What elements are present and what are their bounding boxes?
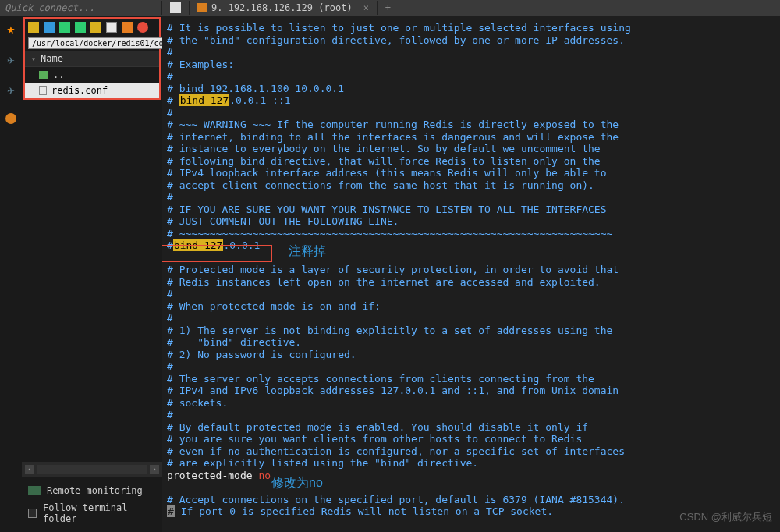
code-line: .0.0.1 ::1 xyxy=(229,94,290,106)
orange-dot-icon[interactable] xyxy=(5,113,16,124)
parent-dir[interactable]: .. xyxy=(25,67,159,83)
annotation-text: 修改为no xyxy=(271,477,323,489)
code-line: # xyxy=(167,94,179,106)
code-line: # Accept connections on the specified po… xyxy=(167,494,625,505)
scrollbar[interactable]: ‹ › xyxy=(22,462,162,477)
code-line: # xyxy=(167,191,173,203)
code-line: # 2) No password is configured. xyxy=(167,349,356,360)
left-strip: ★ ✈ ✈ xyxy=(0,16,22,532)
tab-area: 9. 192.168.126.129 (root) × + xyxy=(162,0,399,16)
follow-terminal[interactable]: Follow terminal folder xyxy=(28,499,156,527)
code-line: # xyxy=(167,360,173,372)
follow-label: Follow terminal folder xyxy=(43,502,156,524)
code-line: # ~~~ WARNING ~~~ If the computer runnin… xyxy=(167,119,619,130)
folder-new-icon[interactable] xyxy=(90,22,101,33)
file-icon[interactable] xyxy=(106,22,117,33)
spacer xyxy=(22,101,162,462)
code-line: # are explicitly listed using the "bind"… xyxy=(167,457,478,469)
code-line: If port 0 is specified Redis will not li… xyxy=(175,505,553,517)
scroll-left-icon[interactable]: ‹ xyxy=(25,465,34,474)
stop-icon[interactable] xyxy=(137,22,148,33)
file-name: redis.conf xyxy=(51,85,108,96)
home-icon xyxy=(170,2,181,13)
send-icon[interactable]: ✈ xyxy=(7,52,15,67)
monitor-icon xyxy=(28,486,41,495)
tab-home[interactable] xyxy=(162,1,190,15)
code-line: # 1) The server is not binding explicitl… xyxy=(167,325,612,336)
code-line: # following bind directive, that will fo… xyxy=(167,155,601,167)
editor[interactable]: # It is possible to listen to just one o… xyxy=(162,16,780,532)
code-line: # IPv4 loopback interface address (this … xyxy=(167,167,607,179)
settings-icon[interactable] xyxy=(122,22,133,33)
annotation-highlight-box: /usr/local/docker/redis01/conf/ ✓ ▾ Name… xyxy=(23,17,161,100)
bottom-actions: Remote monitoring Follow terminal folder xyxy=(22,477,162,532)
code-line: # "bind" directive. xyxy=(167,336,301,348)
code-line: # Examples: xyxy=(167,59,234,70)
top-bar: Quick connect... 9. 192.168.126.129 (roo… xyxy=(0,0,780,16)
code-line: # xyxy=(167,312,173,324)
code-line: # xyxy=(167,107,173,119)
code-line: # even if no authentication is configure… xyxy=(167,445,625,457)
code-line: # accept client connections from the sam… xyxy=(167,179,594,191)
tab-label: 9. 192.168.126.129 (root) xyxy=(211,2,353,13)
code-line: # internet, binding to all the interface… xyxy=(167,131,619,143)
code-line: # Redis instances left open on the inter… xyxy=(167,276,601,288)
checkbox[interactable] xyxy=(28,509,37,518)
path-row: /usr/local/docker/redis01/conf/ ✓ xyxy=(25,36,159,51)
code-line: # you are sure you want clients from oth… xyxy=(167,433,582,445)
download-icon[interactable] xyxy=(44,22,55,33)
code-line: # the "bind" configuration directive, fo… xyxy=(167,34,625,46)
monitoring-label: Remote monitoring xyxy=(47,485,143,496)
tab-add-button[interactable]: + xyxy=(378,1,399,15)
file-icon xyxy=(39,86,47,95)
code-line: # The server only accepts connections fr… xyxy=(167,373,594,385)
quick-connect-input[interactable]: Quick connect... xyxy=(0,1,162,15)
scroll-track[interactable] xyxy=(37,465,147,474)
code-line: protected-mode xyxy=(167,470,258,481)
annotation-box xyxy=(162,245,272,262)
highlighted: bind 127 xyxy=(179,94,230,106)
tab-session[interactable]: 9. 192.168.126.129 (root) × xyxy=(190,1,378,15)
close-icon[interactable]: × xyxy=(363,2,369,13)
file-browser: ▾ Name .. redis.conf xyxy=(25,51,159,98)
code-line: # xyxy=(167,46,173,58)
code-line: # Protected mode is a layer of security … xyxy=(167,264,619,275)
star-icon[interactable]: ★ xyxy=(7,20,16,37)
code-value: no xyxy=(258,470,271,481)
cursor: # xyxy=(167,505,175,517)
remote-monitoring[interactable]: Remote monitoring xyxy=(28,482,156,499)
code-line: # JUST COMMENT OUT THE FOLLOWING LINE. xyxy=(167,215,399,227)
code-line: # IF YOU ARE SURE YOU WANT YOUR INSTANCE… xyxy=(167,204,607,215)
code-line: # instance to everybody on the internet.… xyxy=(167,143,601,154)
code-line: # xyxy=(167,288,173,300)
watermark: CSDN @利威尔兵短 xyxy=(679,510,772,524)
upload-icon[interactable] xyxy=(59,22,70,33)
expand-icon: ▾ xyxy=(31,55,36,63)
code-line: # By default protected mode is enabled. … xyxy=(167,421,588,433)
code-line: # It is possible to listen to just one o… xyxy=(167,22,631,34)
code-line: # ~~~~~~~~~~~~~~~~~~~~~~~~~~~~~~~~~~~~~~… xyxy=(167,228,612,239)
code-line: # xyxy=(167,409,173,420)
refresh-icon[interactable] xyxy=(75,22,86,33)
side-panel: /usr/local/docker/redis01/conf/ ✓ ▾ Name… xyxy=(22,16,162,532)
parent-dir-label: .. xyxy=(53,69,64,80)
send-icon-2[interactable]: ✈ xyxy=(7,83,15,98)
main-layout: ★ ✈ ✈ /usr/local/docker/redis01/conf/ ✓ xyxy=(0,16,780,532)
file-item[interactable]: redis.conf xyxy=(25,83,159,98)
folder-up-icon xyxy=(39,71,48,79)
name-column-header[interactable]: ▾ Name xyxy=(25,51,159,67)
code-line: # sockets. xyxy=(167,397,228,409)
name-label: Name xyxy=(41,53,63,64)
code-line: # When protected mode is on and if: xyxy=(167,300,381,312)
code-line: # IPv4 and IPv6 loopback addresses 127.0… xyxy=(167,385,619,396)
terminal-icon xyxy=(197,3,207,12)
annotation-text: 注释掉 xyxy=(289,245,326,257)
toolbar-icons xyxy=(25,19,159,36)
code-line: # bind 192.168.1.100 10.0.0.1 xyxy=(167,83,344,94)
folder-icon[interactable] xyxy=(28,22,39,33)
path-input[interactable]: /usr/local/docker/redis01/conf/ xyxy=(28,37,182,49)
code-line: # xyxy=(167,70,173,82)
scroll-right-icon[interactable]: › xyxy=(150,465,159,474)
